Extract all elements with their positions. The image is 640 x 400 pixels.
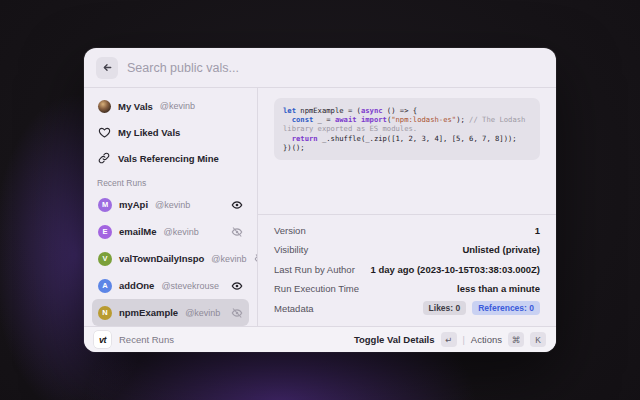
run-item-addone[interactable]: AaddOne@stevekrouse <box>92 272 249 299</box>
code-line: return _.shuffle(_.zip([1, 2, 3, 4], [5,… <box>283 134 531 143</box>
detail-value: Unlisted (private) <box>462 244 540 255</box>
detail-row-last-run-by-author: Last Run by Author1 day ago (2023-10-15T… <box>274 260 540 280</box>
search-bar <box>84 48 556 88</box>
actions-button[interactable]: Actions <box>471 334 502 345</box>
run-item-myapi[interactable]: MmyApi@kevinb <box>92 191 249 218</box>
code-line: let npmExample = (async () => { <box>283 106 531 115</box>
modal-footer: vt Recent Runs Toggle Val Details ↵ | Ac… <box>84 326 556 352</box>
run-item-valtowndailyinspo[interactable]: VvalTownDailyInspo@kevinb <box>92 245 249 272</box>
references-badge[interactable]: References: 0 <box>472 301 540 315</box>
val-name: npmExample <box>119 307 178 318</box>
sidebar-item-label: My Liked Vals <box>118 127 180 138</box>
sidebar-item-label: Vals Referencing Mine <box>118 153 219 164</box>
link-icon <box>97 152 111 164</box>
detail-value: less than a minute <box>457 283 540 294</box>
val-name: addOne <box>119 280 154 291</box>
enter-key-badge: ↵ <box>441 332 457 347</box>
sidebar-item-handle: @kevinb <box>160 101 195 111</box>
kevinb-avatar <box>98 100 111 113</box>
footer-context-label: Recent Runs <box>119 334 174 345</box>
detail-row-run-execution-time: Run Execution Timeless than a minute <box>274 279 540 299</box>
footer-divider: | <box>463 335 465 345</box>
detail-label: Last Run by Author <box>274 264 355 275</box>
run-item-npmexample[interactable]: NnpmExample@kevinb <box>92 299 249 326</box>
val-name: emailMe <box>119 226 157 237</box>
detail-row-version: Version1 <box>274 221 540 241</box>
sidebar-item-vals-referencing-mine[interactable]: Vals Referencing Mine <box>92 145 249 171</box>
run-item-emailme[interactable]: EemailMe@kevinb <box>92 218 249 245</box>
toggle-val-details-button[interactable]: Toggle Val Details <box>354 334 435 345</box>
val-details: Version1VisibilityUnlisted (private)Last… <box>258 214 556 327</box>
footer-actions: Toggle Val Details ↵ | Actions ⌘ K <box>354 332 546 347</box>
val-author-handle: @kevinb <box>164 227 199 237</box>
code-line: library exported as ES modules. <box>283 124 531 133</box>
recent-runs-list: MmyApi@kevinbEemailMe@kevinbVvalTownDail… <box>92 191 249 326</box>
code-line: const _ = await import("npm:lodash-es");… <box>283 115 531 124</box>
avatar-icon <box>97 100 111 113</box>
desktop-background: My Vals@kevinbMy Liked ValsVals Referenc… <box>0 0 640 400</box>
detail-value: 1 <box>535 225 540 236</box>
eye-icon <box>230 199 243 211</box>
detail-label: Version <box>274 225 306 236</box>
detail-value: 1 day ago (2023-10-15T03:38:03.000Z) <box>370 264 540 275</box>
sidebar-item-my-liked-vals[interactable]: My Liked Vals <box>92 119 249 145</box>
metadata-row: Metadata Likes: 0 References: 0 <box>274 299 540 319</box>
val-avatar: V <box>98 252 112 266</box>
detail-label: Visibility <box>274 244 308 255</box>
val-name: valTownDailyInspo <box>119 253 204 264</box>
val-author-handle: @kevinb <box>185 308 220 318</box>
sidebar-nav: My Vals@kevinbMy Liked ValsVals Referenc… <box>92 93 249 171</box>
eye-off-icon <box>230 226 243 238</box>
metadata-badges: Likes: 0 References: 0 <box>423 301 540 315</box>
val-details-rows: Version1VisibilityUnlisted (private)Last… <box>274 221 540 299</box>
eye-icon <box>230 280 243 292</box>
search-input[interactable] <box>127 61 544 75</box>
detail-row-visibility: VisibilityUnlisted (private) <box>274 240 540 260</box>
metadata-label: Metadata <box>274 303 314 314</box>
val-avatar: M <box>98 198 112 212</box>
sidebar-item-my-vals[interactable]: My Vals@kevinb <box>92 93 249 119</box>
arrow-left-icon <box>102 62 113 73</box>
val-author-handle: @stevekrouse <box>161 281 219 291</box>
k-key-badge: K <box>530 332 546 347</box>
recent-runs-section-label: Recent Runs <box>97 178 244 188</box>
val-name: myApi <box>119 199 148 210</box>
valtown-logo: vt <box>94 331 111 348</box>
back-button[interactable] <box>96 57 118 79</box>
code-line: })(); <box>283 143 531 152</box>
sidebar-item-label: My Vals <box>118 101 153 112</box>
val-avatar: N <box>98 306 112 320</box>
heart-icon <box>97 126 111 139</box>
val-avatar: E <box>98 225 112 239</box>
eye-off-icon <box>230 307 243 319</box>
command-key-badge: ⌘ <box>508 332 524 347</box>
detail-panel: let npmExample = (async () => { const _ … <box>258 88 556 326</box>
command-palette-modal: My Vals@kevinbMy Liked ValsVals Referenc… <box>84 48 556 352</box>
val-author-handle: @kevinb <box>211 254 246 264</box>
code-preview-area: let npmExample = (async () => { const _ … <box>258 88 556 214</box>
detail-label: Run Execution Time <box>274 283 359 294</box>
modal-body: My Vals@kevinbMy Liked ValsVals Referenc… <box>84 88 556 326</box>
val-author-handle: @kevinb <box>155 200 190 210</box>
val-avatar: A <box>98 279 112 293</box>
sidebar: My Vals@kevinbMy Liked ValsVals Referenc… <box>84 88 258 326</box>
code-snippet: let npmExample = (async () => { const _ … <box>274 98 540 160</box>
likes-badge: Likes: 0 <box>423 301 467 315</box>
